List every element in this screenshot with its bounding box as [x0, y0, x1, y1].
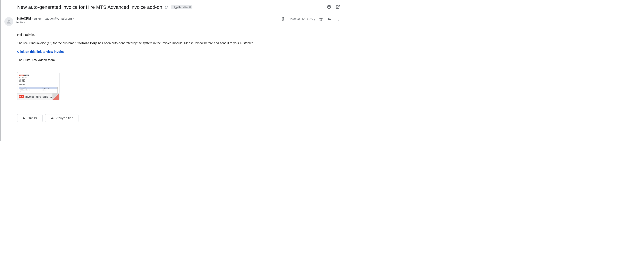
l2c: has been auto-generated by the system in…: [97, 41, 254, 45]
caret-down-icon: ▼: [24, 21, 26, 23]
subject-row: New auto-generated invoice for Hire MTS …: [17, 4, 340, 10]
th2: Prepared By: [42, 87, 58, 89]
page-fold-icon: [53, 93, 59, 100]
attachment-area: Suite CRM SuiteCRM Ltd Any Street Any To…: [17, 72, 340, 100]
svg-point-2: [338, 20, 338, 21]
body-line-2: The recurring invoice (10) for the custo…: [17, 41, 340, 45]
l2a: The recurring invoice (: [17, 41, 48, 45]
brand2: CRM: [24, 75, 29, 76]
inbox-chip-label: Hộp thư đến: [173, 6, 188, 9]
chip-close-icon[interactable]: ✕: [189, 6, 191, 9]
greeting-name: admin: [25, 33, 34, 36]
action-buttons: Trả lời Chuyển tiếp: [17, 114, 340, 122]
inbox-chip[interactable]: Hộp thư đến ✕: [171, 5, 192, 9]
attachment-preview: Suite CRM SuiteCRM Ltd Any Street Any To…: [18, 72, 59, 93]
invoice-title: INVOICE: [19, 84, 58, 85]
meta-actions: 10:02 (0 phút trước): [281, 17, 340, 21]
td4: [42, 91, 58, 93]
reply-icon[interactable]: [327, 17, 332, 21]
signature: The SuiteCRM Addon team: [17, 58, 340, 62]
l2b: ) for the customer:: [51, 41, 77, 45]
email-body: Hello admin, The recurring invoice (10) …: [17, 32, 340, 62]
attachment-card[interactable]: Suite CRM SuiteCRM Ltd Any Street Any To…: [17, 72, 60, 100]
avatar[interactable]: [4, 17, 13, 26]
timestamp: 10:02 (0 phút trước): [290, 18, 315, 21]
divider: [17, 68, 340, 68]
open-new-window-icon[interactable]: [336, 4, 340, 9]
print-icon[interactable]: [327, 4, 332, 9]
td3: Persistence: [20, 91, 42, 93]
reply-button[interactable]: Trả lời: [17, 114, 42, 122]
attachment-icon[interactable]: [281, 17, 286, 21]
forward-button[interactable]: Chuyển tiếp: [45, 114, 78, 122]
view-invoice-link[interactable]: Click on this link to view invoice: [17, 50, 64, 53]
reply-button-label: Trả lời: [28, 116, 38, 120]
invoice-number: 10: [48, 41, 51, 45]
addr4: Any Where: [19, 81, 58, 83]
svg-point-1: [338, 19, 338, 19]
star-icon[interactable]: [319, 17, 323, 21]
to-line[interactable]: tới tôi ▼: [16, 21, 278, 24]
brand-chip: Suite CRM: [19, 74, 29, 77]
greeting-line: Hello admin,: [17, 32, 340, 37]
greeting-prefix: Hello: [17, 33, 25, 36]
sender-email: <suitecrm.addon@gmail.com>: [32, 17, 74, 20]
greeting-suffix: ,: [34, 33, 35, 36]
svg-point-0: [338, 18, 338, 18]
th1: Prepared For: [20, 87, 42, 89]
sender-name: SuiteCRM: [16, 17, 31, 20]
customer-name: Tortoise Corp: [77, 41, 97, 45]
header-actions: [327, 4, 340, 9]
forward-button-label: Chuyển tiếp: [56, 116, 74, 120]
label-important-icon[interactable]: [164, 5, 169, 9]
preview-table: Prepared ForPrepared By 57021 West Sam S…: [19, 87, 58, 93]
email-view: New auto-generated invoice for Hire MTS …: [0, 0, 344, 127]
more-icon[interactable]: [336, 17, 340, 21]
td2: admin: [42, 89, 58, 91]
sender-info: SuiteCRM <suitecrm.addon@gmail.com> tới …: [16, 17, 278, 24]
to-line-text: tới tôi: [16, 21, 23, 24]
pdf-badge-icon: PDF: [19, 95, 24, 98]
email-subject: New auto-generated invoice for Hire MTS …: [17, 4, 162, 10]
sender-line: SuiteCRM <suitecrm.addon@gmail.com>: [16, 17, 278, 20]
brand1: Suite: [19, 75, 24, 76]
td1: 57021 West Sam St.: [20, 89, 42, 91]
sender-row: SuiteCRM <suitecrm.addon@gmail.com> tới …: [4, 17, 340, 26]
